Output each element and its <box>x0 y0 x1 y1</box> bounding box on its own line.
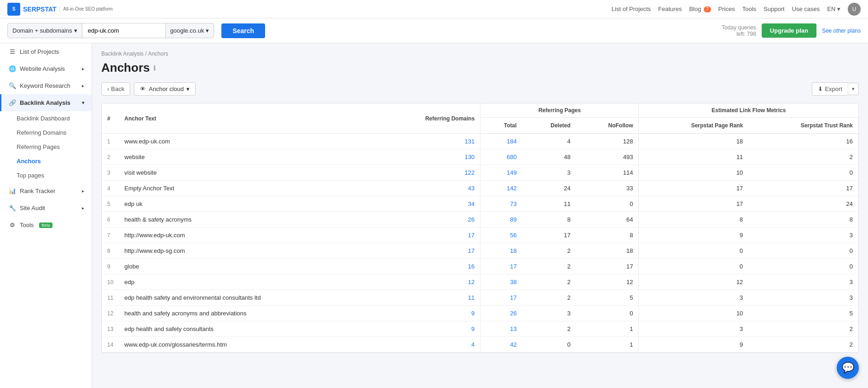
cell-ref-domains[interactable]: 34 <box>375 196 480 212</box>
cell-page-rank: 18 <box>639 134 748 149</box>
cell-total[interactable]: 18 <box>480 243 522 259</box>
sidebar-subitem-anchors[interactable]: Anchors <box>17 154 92 168</box>
table-row: 13 edp health and safety consultants 9 1… <box>102 321 858 337</box>
table-row: 14 www.edp-uk.com/glossaries/terms.htm 4… <box>102 337 858 353</box>
cell-ref-domains[interactable]: 4 <box>375 337 480 353</box>
cell-deleted: 2 <box>522 321 576 337</box>
breadcrumb: Backlink Analysis / Anchors <box>101 51 859 57</box>
domain-type-chevron: ▾ <box>74 27 77 34</box>
see-other-plans-link[interactable]: See other plans <box>822 28 861 34</box>
info-icon[interactable]: ℹ <box>153 64 156 72</box>
nav-list-of-projects[interactable]: List of Projects <box>612 6 651 12</box>
upgrade-plan-button[interactable]: Upgrade plan <box>762 23 816 38</box>
table-row: 7 http://www.edp-uk.com 17 56 17 8 9 3 <box>102 228 858 243</box>
col-nofollow-header: NoFollow <box>576 118 639 134</box>
cell-total[interactable]: 89 <box>480 212 522 228</box>
nav-blog[interactable]: Blog 7 <box>689 6 711 12</box>
cell-ref-domains[interactable]: 17 <box>375 228 480 243</box>
nav-features[interactable]: Features <box>658 6 682 12</box>
sidebar: ☰ List of Projects 🌐 Website Analysis ▸ … <box>0 43 92 388</box>
chat-icon: 💬 <box>842 362 854 374</box>
cell-total[interactable]: 13 <box>480 321 522 337</box>
cell-ref-domains[interactable]: 11 <box>375 290 480 306</box>
nav-use-cases[interactable]: Use cases <box>792 6 820 12</box>
sidebar-item-tools[interactable]: ⚙ Tools Beta <box>0 217 92 234</box>
sidebar-subitem-backlink-dashboard[interactable]: Backlink Dashboard <box>17 111 92 126</box>
export-dropdown-button[interactable]: ▾ <box>848 83 859 95</box>
domain-input[interactable] <box>82 23 165 38</box>
cell-trust-rank: 2 <box>748 321 858 337</box>
sidebar-subitem-referring-domains[interactable]: Referring Domains <box>17 126 92 140</box>
cell-deleted: 17 <box>522 228 576 243</box>
table-row: 3 visit website 122 149 3 114 10 0 <box>102 165 858 181</box>
rank-tracker-icon: 📊 <box>9 188 16 194</box>
sidebar-item-rank-tracker[interactable]: 📊 Rank Tracker ▸ <box>0 183 92 200</box>
cell-ref-domains[interactable]: 9 <box>375 306 480 321</box>
domain-type-label: Domain + subdomains <box>12 27 72 34</box>
search-button[interactable]: Search <box>221 23 265 38</box>
cell-page-rank: 17 <box>639 181 748 196</box>
logo[interactable]: S SERPSTAT All-in-One SEO platform <box>7 3 113 16</box>
breadcrumb-anchors: Anchors <box>148 51 168 57</box>
col-deleted-header: Deleted <box>522 118 576 134</box>
cell-anchor-text: edp <box>119 274 375 290</box>
cell-total[interactable]: 56 <box>480 228 522 243</box>
back-button[interactable]: ‹ Back <box>101 82 130 96</box>
cell-total[interactable]: 73 <box>480 196 522 212</box>
cell-ref-domains[interactable]: 131 <box>375 134 480 149</box>
cell-deleted: 2 <box>522 259 576 274</box>
site-audit-icon: 🔧 <box>9 205 16 211</box>
cell-num: 2 <box>102 149 119 165</box>
back-arrow-icon: ‹ <box>107 86 109 92</box>
cell-nofollow: 12 <box>576 274 639 290</box>
cell-total[interactable]: 17 <box>480 290 522 306</box>
search-engine-selector[interactable]: google.co.uk ▾ <box>165 23 214 38</box>
cell-ref-domains[interactable]: 130 <box>375 149 480 165</box>
breadcrumb-backlink-analysis[interactable]: Backlink Analysis <box>101 51 144 57</box>
chat-bubble[interactable]: 💬 <box>837 357 859 379</box>
cell-ref-domains[interactable]: 26 <box>375 212 480 228</box>
cell-ref-domains[interactable]: 12 <box>375 274 480 290</box>
cell-total[interactable]: 149 <box>480 165 522 181</box>
sidebar-item-keyword-research[interactable]: 🔍 Keyword Research ▸ <box>0 77 92 94</box>
cell-anchor-text: globe <box>119 259 375 274</box>
sidebar-item-list-of-projects[interactable]: ☰ List of Projects <box>0 43 92 60</box>
nav-prices[interactable]: Prices <box>718 6 735 12</box>
cell-page-rank: 17 <box>639 196 748 212</box>
sidebar-item-website-analysis[interactable]: 🌐 Website Analysis ▸ <box>0 60 92 77</box>
cell-page-rank: 0 <box>639 259 748 274</box>
anchor-cloud-button[interactable]: 👁 Anchor cloud ▾ <box>134 82 196 96</box>
cell-total[interactable]: 142 <box>480 181 522 196</box>
col-num-header: # <box>102 103 119 134</box>
cell-ref-domains[interactable]: 9 <box>375 321 480 337</box>
sidebar-item-backlink-analysis[interactable]: 🔗 Backlink Analysis ▾ <box>0 94 92 111</box>
col-referring-domains-header: Referring Domains <box>375 103 480 134</box>
cell-anchor-text: http://www.edp-sg.com <box>119 243 375 259</box>
sidebar-item-site-audit[interactable]: 🔧 Site Audit ▸ <box>0 200 92 217</box>
export-button[interactable]: ⬇ Export <box>812 82 848 96</box>
layout: ☰ List of Projects 🌐 Website Analysis ▸ … <box>0 43 868 388</box>
cell-num: 3 <box>102 165 119 181</box>
cell-total[interactable]: 38 <box>480 274 522 290</box>
cell-ref-domains[interactable]: 17 <box>375 243 480 259</box>
today-queries-label: Today queries <box>722 24 756 31</box>
domain-type-selector[interactable]: Domain + subdomains ▾ <box>8 23 82 38</box>
cell-ref-domains[interactable]: 122 <box>375 165 480 181</box>
cell-anchor-text: visit website <box>119 165 375 181</box>
cell-page-rank: 3 <box>639 290 748 306</box>
nav-tools[interactable]: Tools <box>742 6 756 12</box>
avatar[interactable]: U <box>848 3 861 16</box>
cell-ref-domains[interactable]: 16 <box>375 259 480 274</box>
sidebar-subitem-top-pages[interactable]: Top pages <box>17 168 92 183</box>
cell-total[interactable]: 42 <box>480 337 522 353</box>
cell-total[interactable]: 26 <box>480 306 522 321</box>
cell-trust-rank: 3 <box>748 290 858 306</box>
cell-total[interactable]: 680 <box>480 149 522 165</box>
nav-support[interactable]: Support <box>764 6 785 12</box>
language-selector[interactable]: EN ▾ <box>827 6 840 12</box>
sidebar-subitem-referring-pages[interactable]: Referring Pages <box>17 140 92 154</box>
cell-ref-domains[interactable]: 43 <box>375 181 480 196</box>
cell-total[interactable]: 17 <box>480 259 522 274</box>
cell-total[interactable]: 184 <box>480 134 522 149</box>
cell-nofollow: 17 <box>576 259 639 274</box>
